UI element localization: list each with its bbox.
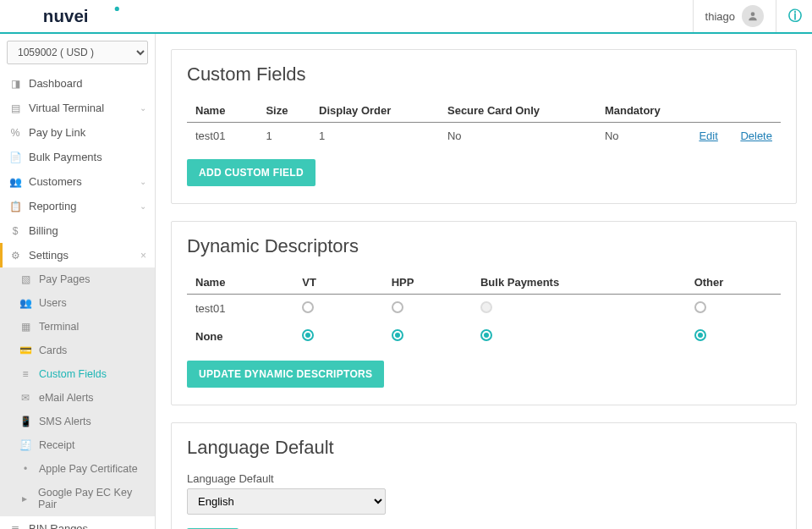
close-icon[interactable]: × [140,250,146,262]
cell-display-order: 1 [310,123,439,150]
radio-bulk [480,301,492,313]
sidebar-item-apple-pay-certificate[interactable]: •Apple Pay Certificate [0,457,155,481]
col-mandatory: Mandatory [596,99,691,123]
user-menu[interactable]: thiago [693,0,776,32]
cards-icon: 💳 [19,344,32,356]
chevron-down-icon: ⌄ [140,201,146,211]
radio-vt[interactable] [302,301,314,313]
sidebar-item-email-alerts[interactable]: ✉eMail Alerts [0,386,155,410]
language-default-title: Language Default [187,437,781,459]
main-content: Custom Fields Name Size Display Order Se… [156,34,812,529]
sidebar-item-label: Bulk Payments [29,151,102,163]
col-secure: Secure Card Only [439,99,596,123]
cell-secure: No [439,123,596,150]
sidebar-item-label: Pay by Link [29,126,85,139]
col-display-order: Display Order [310,99,439,123]
sidebar-item-label: Customers [29,175,82,188]
edit-link[interactable]: Edit [699,129,717,142]
svg-point-0 [115,7,119,11]
dynamic-descriptors-title: Dynamic Descriptors [187,235,781,257]
bulk-icon: 📄 [8,152,22,163]
sidebar-item-label: Pay Pages [39,273,90,285]
sidebar-item-settings[interactable]: ⚙Settings× [0,243,155,267]
account-select-input[interactable]: 1059002 ( USD ) [7,41,148,64]
page-icon: ▧ [19,273,32,285]
col-dd-bulk: Bulk Payments [472,271,686,295]
delete-link[interactable]: Delete [740,129,772,142]
sms-icon: 📱 [19,416,32,427]
col-name: Name [187,99,257,123]
user-name: thiago [705,10,735,23]
sidebar-item-label: SMS Alerts [39,416,91,427]
sidebar-item-cards[interactable]: 💳Cards [0,339,155,362]
col-dd-hpp: HPP [383,271,472,295]
settings-icon: ⚙ [8,250,22,262]
sidebar-item-terminal[interactable]: ▦Terminal [0,315,155,339]
bin-icon: ≣ [8,523,22,530]
cell-mandatory: No [596,123,691,150]
sidebar-item-pay-by-link[interactable]: %Pay by Link [0,120,155,145]
radio-bulk[interactable] [480,329,492,341]
receipt-icon: 🧾 [19,439,32,451]
col-dd-name: Name [187,271,294,295]
avatar-icon [742,5,764,27]
radio-other[interactable] [694,301,706,313]
sidebar-item-label: BIN Ranges [29,522,88,529]
dynamic-descriptors-panel: Dynamic Descriptors Name VT HPP Bulk Pay… [171,221,797,405]
sidebar-item-custom-fields[interactable]: ≡Custom Fields [0,362,155,386]
sidebar-item-virtual-terminal[interactable]: ▤Virtual Terminal⌄ [0,96,155,120]
account-selector[interactable]: 1059002 ( USD ) [7,41,148,64]
sidebar-item-label: eMail Alerts [39,392,94,404]
cell-size: 1 [257,123,310,150]
add-custom-field-button[interactable]: ADD CUSTOM FIELD [187,159,315,186]
table-row: None [187,322,781,350]
svg-point-2 [751,12,755,16]
cell-dd-name: test01 [187,295,294,323]
custom-fields-title: Custom Fields [187,63,781,85]
language-default-label: Language Default [187,472,781,485]
radio-hpp[interactable] [392,301,403,313]
sidebar-item-label: Settings [29,249,69,262]
apple-icon: • [19,463,32,475]
sidebar-item-bin-ranges[interactable]: ≣BIN Ranges [0,516,155,529]
mail-icon: ✉ [19,392,32,404]
sidebar-item-pay-pages[interactable]: ▧Pay Pages [0,267,155,291]
sidebar-item-customers[interactable]: 👥Customers⌄ [0,169,155,194]
radio-vt[interactable] [302,329,314,341]
col-size: Size [257,99,310,123]
update-dynamic-descriptors-button[interactable]: UPDATE DYNAMIC DESCRIPTORS [187,361,384,388]
cf-icon: ≡ [19,368,32,380]
term-icon: ▦ [19,321,32,333]
cell-dd-name: None [187,322,294,350]
custom-fields-panel: Custom Fields Name Size Display Order Se… [171,49,797,204]
sidebar-item-label: Virtual Terminal [29,102,104,114]
sidebar-item-sms-alerts[interactable]: 📱SMS Alerts [0,410,155,433]
brand-logo: nuvei [42,0,123,32]
sidebar-item-label: Receipt [39,439,74,451]
sidebar-item-label: Reporting [29,200,76,212]
sidebar-item-label: Users [39,297,67,309]
radio-other[interactable] [694,329,706,341]
sidebar-item-label: Cards [39,344,67,356]
sidebar-item-receipt[interactable]: 🧾Receipt [0,433,155,457]
custom-fields-table: Name Size Display Order Secure Card Only… [187,99,781,149]
radio-hpp[interactable] [392,329,403,341]
top-bar: nuvei thiago ⓘ [0,0,812,34]
vt-icon: ▤ [8,102,22,114]
google-icon: ▸ [19,493,31,504]
sidebar-item-dashboard[interactable]: ◨Dashboard [0,71,155,96]
sidebar-item-reporting[interactable]: 📋Reporting⌄ [0,194,155,218]
sidebar-item-users[interactable]: 👥Users [0,291,155,315]
dash-icon: ◨ [8,78,22,90]
sidebar-item-label: Dashboard [29,77,83,90]
language-select[interactable]: English [187,488,386,515]
sidebar-item-billing[interactable]: $Billing [0,218,155,243]
sidebar-item-google-pay-ec-key-pair[interactable]: ▸Google Pay EC Key Pair [0,481,155,516]
sidebar-item-bulk-payments[interactable]: 📄Bulk Payments [0,145,155,169]
sidebar-item-label: Apple Pay Certificate [39,463,138,475]
col-dd-other: Other [686,271,781,295]
info-icon[interactable]: ⓘ [788,8,802,25]
language-default-panel: Language Default Language Default Englis… [171,422,797,529]
users-icon: 👥 [19,297,32,309]
sidebar-item-label: Google Pay EC Key Pair [38,487,146,510]
